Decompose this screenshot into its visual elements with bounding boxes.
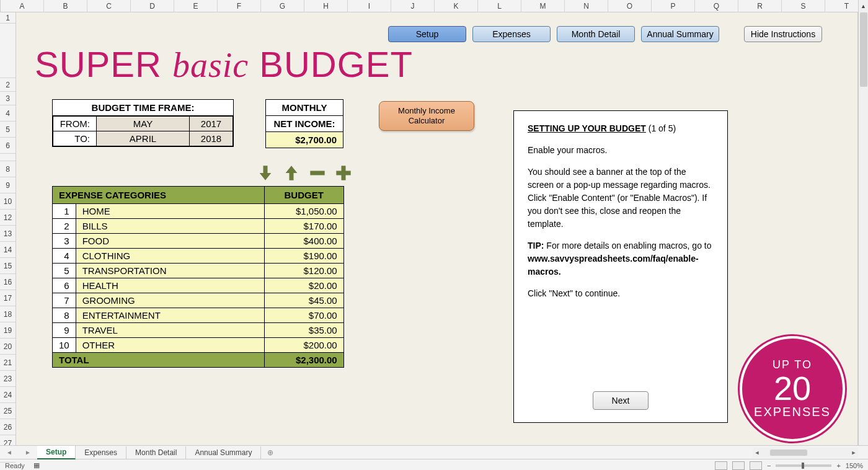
row-header[interactable]: 16 (0, 274, 16, 290)
row-header[interactable]: 6 (0, 138, 16, 154)
category-cell[interactable]: FOOD (76, 234, 264, 249)
column-header-F[interactable]: F (218, 0, 261, 12)
tab-annual-summary[interactable]: Annual Summary (186, 446, 261, 459)
column-header-S[interactable]: S (782, 0, 825, 12)
category-cell[interactable]: OTHER (76, 338, 264, 353)
add-row-icon[interactable] (335, 164, 352, 182)
income-calculator-button[interactable]: Monthly Income Calculator (379, 101, 474, 131)
annual-summary-nav-button[interactable]: Annual Summary (641, 26, 719, 42)
column-header-C[interactable]: C (87, 0, 131, 12)
category-cell[interactable]: GROOMING (76, 293, 264, 308)
row-header[interactable] (0, 154, 16, 161)
column-header-P[interactable]: P (652, 0, 695, 12)
column-header-H[interactable]: H (304, 0, 348, 12)
horizontal-scrollbar[interactable]: ◄ ► (753, 448, 858, 458)
to-year-cell[interactable]: 2018 (190, 131, 233, 146)
add-sheet-icon[interactable]: ⊕ (261, 448, 280, 457)
row-header[interactable]: 17 (0, 290, 16, 306)
zoom-out-icon[interactable]: − (767, 462, 771, 469)
page-layout-view-icon[interactable] (732, 461, 745, 470)
expenses-nav-button[interactable]: Expenses (472, 26, 551, 42)
row-header[interactable]: 9 (0, 177, 16, 193)
column-header-M[interactable]: M (521, 0, 565, 12)
from-year-cell[interactable]: 2017 (190, 117, 233, 131)
column-header-L[interactable]: L (478, 0, 521, 12)
hscroll-right-icon[interactable]: ► (849, 450, 858, 456)
row-header[interactable] (0, 24, 16, 78)
row-header[interactable]: 4 (0, 105, 16, 122)
column-header-G[interactable]: G (261, 0, 304, 12)
category-cell[interactable]: BILLS (76, 219, 264, 234)
category-cell[interactable]: CLOTHING (76, 249, 264, 264)
zoom-level[interactable]: 150% (846, 462, 863, 469)
row-header[interactable]: 13 (0, 226, 16, 242)
column-header-I[interactable]: I (348, 0, 391, 12)
move-down-icon[interactable] (257, 164, 274, 182)
column-header-R[interactable]: R (738, 0, 782, 12)
remove-row-icon[interactable] (309, 164, 326, 182)
row-header[interactable]: 15 (0, 258, 16, 274)
zoom-in-icon[interactable]: + (836, 462, 840, 469)
tab-expenses[interactable]: Expenses (76, 446, 126, 459)
column-header-B[interactable]: B (44, 0, 87, 12)
zoom-slider[interactable] (776, 464, 831, 467)
row-header[interactable]: 3 (0, 92, 16, 105)
month-detail-nav-button[interactable]: Month Detail (557, 26, 635, 42)
column-header-O[interactable]: O (608, 0, 652, 12)
hide-instructions-button[interactable]: Hide Instructions (744, 26, 822, 42)
budget-cell[interactable]: $35.00 (264, 323, 343, 338)
tab-setup[interactable]: Setup (37, 446, 76, 459)
budget-cell[interactable]: $400.00 (264, 234, 343, 249)
horizontal-scroll-thumb[interactable] (770, 450, 807, 456)
category-cell[interactable]: HOME (76, 204, 264, 219)
budget-cell[interactable]: $200.00 (264, 338, 343, 353)
budget-cell[interactable]: $70.00 (264, 308, 343, 323)
row-header[interactable]: 1 (0, 12, 16, 24)
row-header[interactable]: 25 (0, 403, 16, 419)
category-cell[interactable]: TRAVEL (76, 323, 264, 338)
row-header[interactable]: 23 (0, 371, 16, 387)
tab-nav-next-icon[interactable]: ► (19, 449, 37, 456)
page-break-view-icon[interactable] (750, 461, 762, 470)
column-header-D[interactable]: D (131, 0, 174, 12)
setup-nav-button[interactable]: Setup (388, 26, 466, 42)
budget-cell[interactable]: $120.00 (264, 264, 343, 278)
net-income-value[interactable]: $2,700.00 (266, 132, 343, 148)
macro-record-icon[interactable]: ▦ (33, 461, 40, 469)
move-up-icon[interactable] (283, 164, 300, 182)
row-header[interactable]: 20 (0, 339, 16, 355)
tab-month-detail[interactable]: Month Detail (126, 446, 186, 459)
column-header-E[interactable]: E (174, 0, 218, 12)
budget-cell[interactable]: $20.00 (264, 278, 343, 293)
category-cell[interactable]: HEALTH (76, 278, 264, 293)
next-button[interactable]: Next (593, 391, 649, 410)
category-cell[interactable]: ENTERTAINMENT (76, 308, 264, 323)
vertical-scrollbar[interactable] (858, 12, 868, 445)
row-header[interactable]: 24 (0, 387, 16, 403)
budget-cell[interactable]: $190.00 (264, 249, 343, 264)
vertical-scroll-thumb[interactable] (860, 12, 867, 87)
column-header-A[interactable]: A (1, 0, 44, 12)
hscroll-left-icon[interactable]: ◄ (753, 450, 761, 456)
category-cell[interactable]: TRANSPORTATION (76, 264, 264, 278)
normal-view-icon[interactable] (715, 461, 727, 470)
row-header[interactable]: 19 (0, 322, 16, 339)
budget-cell[interactable]: $1,050.00 (264, 204, 343, 219)
row-header[interactable]: 18 (0, 306, 16, 322)
column-header-N[interactable]: N (565, 0, 608, 12)
row-header[interactable]: 8 (0, 161, 16, 177)
column-header-K[interactable]: K (435, 0, 478, 12)
row-header[interactable]: 2 (0, 78, 16, 92)
tab-nav-prev-icon[interactable]: ◄ (0, 449, 19, 456)
row-header[interactable]: 14 (0, 242, 16, 258)
column-header-Q[interactable]: Q (695, 0, 738, 12)
row-header[interactable]: 26 (0, 419, 16, 435)
to-month-cell[interactable]: APRIL (97, 131, 190, 146)
row-header[interactable]: 10 (0, 193, 16, 210)
scroll-up-arrow[interactable]: ▲ (858, 0, 868, 12)
column-header-J[interactable]: J (391, 0, 435, 12)
row-header[interactable]: 12 (0, 210, 16, 226)
from-month-cell[interactable]: MAY (97, 117, 190, 131)
worksheet-area[interactable]: SUPER basic BUDGET Setup Expenses Month … (16, 12, 858, 445)
row-header[interactable]: 21 (0, 355, 16, 371)
